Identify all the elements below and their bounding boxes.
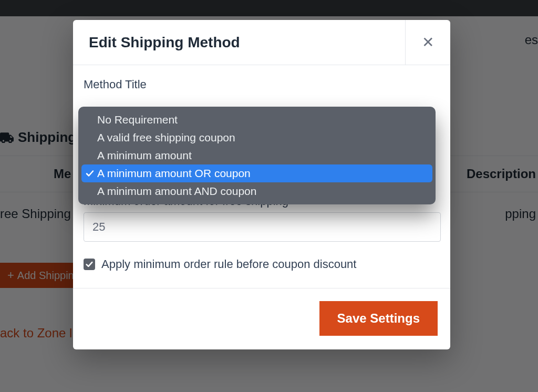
check-icon — [86, 261, 93, 268]
dropdown-option-label: A minimum amount — [97, 149, 192, 162]
close-icon: ✕ — [422, 34, 434, 51]
method-title-label: Method Title — [84, 78, 440, 91]
dropdown-option-min-amount[interactable]: A minimum amount — [81, 147, 432, 164]
dropdown-option-min-or-coupon[interactable]: A minimum amount OR coupon — [81, 164, 432, 182]
dropdown-option-valid-coupon[interactable]: A valid free shipping coupon — [81, 129, 432, 147]
apply-rule-checkbox[interactable] — [84, 259, 95, 270]
dropdown-option-label: A minimum amount AND coupon — [97, 185, 256, 198]
dropdown-option-label: A minimum amount OR coupon — [97, 167, 251, 180]
check-icon — [86, 169, 94, 178]
apply-rule-row[interactable]: Apply minimum order rule before coupon d… — [84, 257, 440, 271]
save-button[interactable]: Save Settings — [319, 301, 438, 336]
apply-rule-label: Apply minimum order rule before coupon d… — [101, 257, 356, 271]
modal-header: Edit Shipping Method ✕ — [73, 20, 450, 65]
requirement-dropdown[interactable]: No Requirement A valid free shipping cou… — [78, 107, 436, 204]
dropdown-option-min-and-coupon[interactable]: A minimum amount AND coupon — [81, 182, 432, 200]
dropdown-option-label: A valid free shipping coupon — [97, 131, 235, 144]
modal-footer: Save Settings — [73, 288, 450, 349]
close-button[interactable]: ✕ — [405, 20, 450, 65]
modal-title: Edit Shipping Method — [73, 34, 405, 51]
min-order-input[interactable] — [84, 212, 441, 242]
dropdown-option-no-requirement[interactable]: No Requirement — [81, 111, 432, 129]
dropdown-option-label: No Requirement — [97, 114, 178, 126]
